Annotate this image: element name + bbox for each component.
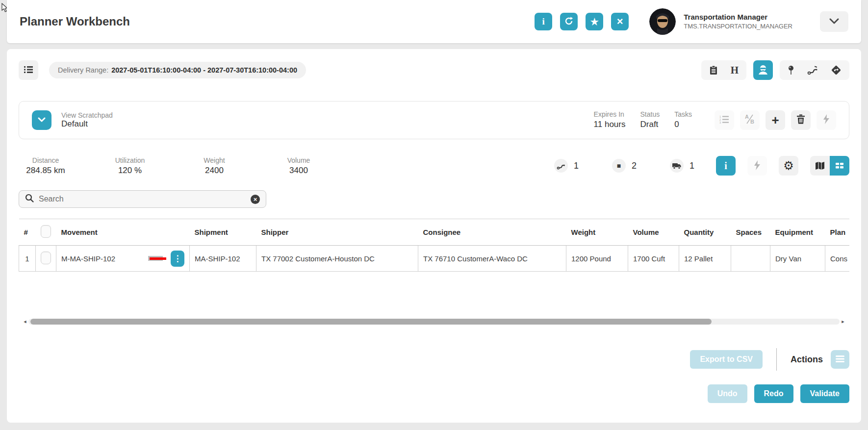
avatar[interactable] <box>649 8 676 35</box>
list-view-button[interactable] <box>19 60 38 80</box>
gear-icon: ⚙ <box>783 160 794 172</box>
col-spaces[interactable]: Spaces <box>731 219 770 246</box>
tasks-label: Tasks <box>674 110 692 119</box>
stops-counter[interactable]: ■ 2 <box>612 159 637 173</box>
stop-icon: ■ <box>612 159 626 173</box>
view-mode-group: H <box>701 60 746 80</box>
row-index: 1 <box>19 246 36 272</box>
app-header: Planner Workbench i ★ × <box>7 0 861 43</box>
chevron-down-icon <box>38 117 46 124</box>
pin-button[interactable] <box>788 65 794 75</box>
col-select <box>36 219 56 246</box>
planner-panel: Delivery Range: 2027-05-01T16:10:00-04:0… <box>7 49 861 423</box>
numbered-list-button[interactable]: 123 <box>715 110 734 130</box>
scratchpad-bar: View Scratchpad Default Expires In 11 ho… <box>19 101 849 139</box>
actions-label: Actions <box>791 354 823 365</box>
movement-cell: M-MA-SHIP-102 ⋮ <box>56 246 190 272</box>
undo-button[interactable]: Undo <box>708 384 747 403</box>
search-input[interactable] <box>39 195 251 203</box>
add-button[interactable]: + <box>766 110 785 130</box>
svg-text:3: 3 <box>719 121 721 124</box>
col-volume[interactable]: Volume <box>628 219 679 246</box>
details-button[interactable]: i <box>716 156 736 176</box>
validate-button[interactable]: Validate <box>800 384 849 403</box>
page-title: Planner Workbench <box>20 15 130 28</box>
col-shipment[interactable]: Shipment <box>190 219 256 246</box>
trucks-counter[interactable]: 1 <box>670 159 694 173</box>
tasks-value: 0 <box>674 119 692 130</box>
route-icon <box>554 159 568 173</box>
scrollbar-thumb[interactable] <box>30 319 712 325</box>
refresh-button[interactable] <box>560 13 578 30</box>
row-menu-button[interactable]: ⋮ <box>171 251 184 267</box>
route-icon <box>807 65 818 75</box>
search-clear-button[interactable]: × <box>251 195 260 204</box>
optimize-button[interactable] <box>747 156 767 176</box>
agent-view-button[interactable] <box>753 60 773 80</box>
route-button[interactable] <box>807 65 818 75</box>
quantity-cell: 12 Pallet <box>679 246 731 272</box>
stops-count: 2 <box>632 161 637 171</box>
table-row[interactable]: 1 M-MA-SHIP-102 ⋮ MA-SHI <box>19 246 850 272</box>
volume-value: 3400 <box>272 166 326 176</box>
navigation-button[interactable] <box>831 65 842 76</box>
manifest-button[interactable] <box>709 65 718 75</box>
status-stat: Status Draft <box>640 110 660 130</box>
col-consignee[interactable]: Consignee <box>418 219 566 246</box>
scratchpad-value: Default <box>61 119 113 129</box>
scratchpad-expand-button[interactable] <box>32 110 51 130</box>
export-csv-button[interactable]: Export to CSV <box>690 350 763 369</box>
map-tools-group <box>780 60 849 80</box>
svg-text:A: A <box>745 114 749 120</box>
scroll-right-arrow[interactable]: ► <box>840 319 846 324</box>
utilization-stat: Utilization 120 % <box>103 156 157 176</box>
svg-text:B: B <box>750 119 754 125</box>
plus-icon: + <box>771 114 779 126</box>
scrollbar-track[interactable] <box>28 319 840 325</box>
col-equipment[interactable]: Equipment <box>770 219 825 246</box>
actions-menu-button[interactable] <box>831 350 849 369</box>
routes-counter[interactable]: 1 <box>554 159 579 173</box>
equipment-cell: Dry Van <box>770 246 825 272</box>
delivery-range-label: Delivery Range: <box>58 66 108 74</box>
delivery-range-pill[interactable]: Delivery Range: 2027-05-01T16:10:00-04:0… <box>49 62 306 78</box>
close-button[interactable]: × <box>611 13 629 30</box>
view-toggle <box>810 156 849 176</box>
user-menu-button[interactable] <box>820 11 848 32</box>
truck-icon <box>670 159 684 173</box>
lightning-icon <box>823 114 830 126</box>
horizontal-scrollbar: ◄ ► <box>19 318 849 326</box>
numbered-list-icon: 123 <box>719 114 730 126</box>
tasks-stat: Tasks 0 <box>674 110 692 130</box>
col-movement[interactable]: Movement <box>56 219 190 246</box>
info-button[interactable]: i <box>535 13 552 30</box>
map-pin-icon <box>788 65 794 75</box>
compare-button[interactable]: AB <box>740 110 760 130</box>
delivery-range-row: Delivery Range: 2027-05-01T16:10:00-04:0… <box>19 60 849 80</box>
row-checkbox[interactable] <box>41 252 51 264</box>
favorite-button[interactable]: ★ <box>586 13 603 30</box>
search-icon <box>25 194 34 204</box>
delete-button[interactable] <box>791 110 811 130</box>
consignee-cell: TX 76710 CustomerA-Waco DC <box>418 246 566 272</box>
hold-view-button[interactable]: H <box>731 64 739 76</box>
utilization-label: Utilization <box>103 156 157 164</box>
scroll-left-arrow[interactable]: ◄ <box>22 319 28 324</box>
movements-table: # Movement Shipment Shipper Consignee We… <box>19 219 849 272</box>
movement-id[interactable]: M-MA-SHIP-102 <box>61 254 115 263</box>
col-weight[interactable]: Weight <box>566 219 628 246</box>
refresh-icon <box>564 16 574 27</box>
col-plan[interactable]: Plan <box>825 219 850 246</box>
user-name: Transportation Manager <box>684 12 792 22</box>
select-all-checkbox[interactable] <box>41 225 51 238</box>
col-quantity[interactable]: Quantity <box>679 219 731 246</box>
redo-button[interactable]: Redo <box>754 384 793 403</box>
spaces-cell <box>731 246 770 272</box>
map-view-toggle[interactable] <box>810 156 830 176</box>
execute-button[interactable] <box>817 110 836 130</box>
close-icon: × <box>617 15 623 28</box>
table-view-toggle[interactable] <box>830 156 849 176</box>
col-shipper[interactable]: Shipper <box>256 219 418 246</box>
search-bar: × <box>19 190 266 208</box>
settings-button[interactable]: ⚙ <box>779 156 798 176</box>
